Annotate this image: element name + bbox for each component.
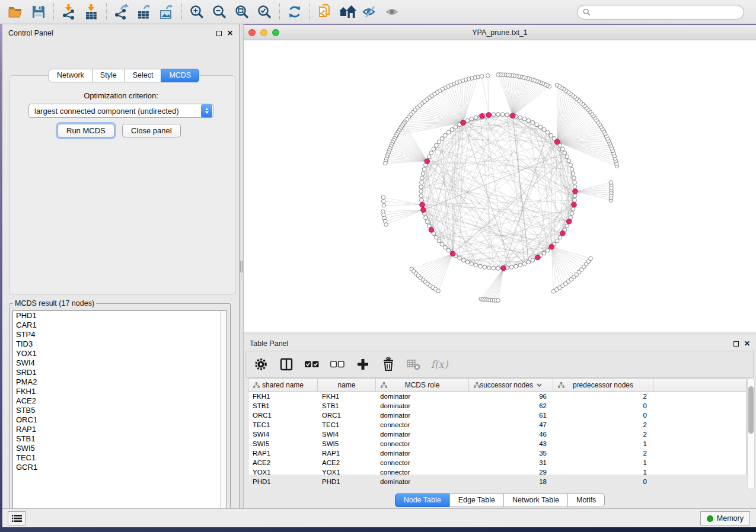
graph-hub-node[interactable]	[425, 159, 430, 164]
column-header-shared-name[interactable]: shared name	[248, 379, 318, 391]
table-row[interactable]: ACE2ACE2connector311	[248, 458, 746, 467]
panel-list-button[interactable]	[8, 511, 25, 525]
table-row[interactable]: TEC1TEC1connector472	[248, 420, 746, 430]
graph-node[interactable]	[424, 216, 428, 220]
close-panel-button[interactable]: Close panel	[122, 124, 181, 137]
graph-node[interactable]	[419, 194, 423, 198]
tab-node-table[interactable]: Node Table	[395, 493, 450, 507]
save-session-icon[interactable]	[27, 2, 50, 22]
graph-node[interactable]	[567, 159, 571, 163]
graph-hub-node[interactable]	[450, 251, 455, 257]
mcds-result-list[interactable]: PHD1CAR1STP4TID3YOX1SWI4SRD1PMA2FKH1ACE2…	[12, 310, 227, 516]
import-table-icon[interactable]	[80, 2, 103, 22]
delete-column-icon[interactable]	[381, 357, 396, 372]
graph-node[interactable]	[465, 260, 470, 264]
graph-node[interactable]	[522, 117, 527, 121]
zoom-in-icon[interactable]	[186, 2, 208, 22]
refresh-icon[interactable]	[283, 2, 306, 22]
graph-hub-node[interactable]	[572, 202, 577, 207]
zoom-fit-icon[interactable]	[231, 2, 253, 22]
search-input[interactable]	[591, 8, 738, 16]
float-panel-icon[interactable]	[216, 31, 222, 36]
home-icon[interactable]	[336, 2, 359, 22]
graph-node[interactable]	[496, 73, 500, 77]
graph-node[interactable]	[572, 176, 576, 180]
mcds-result-item[interactable]: SWI5	[13, 444, 227, 453]
tab-style[interactable]: Style	[92, 69, 125, 82]
tab-mcds[interactable]: MCDS	[161, 69, 199, 82]
export-network-icon[interactable]	[110, 2, 133, 22]
graph-node[interactable]	[522, 262, 527, 266]
column-header-name[interactable]: name	[318, 379, 376, 391]
graph-node[interactable]	[470, 262, 474, 266]
graph-node[interactable]	[569, 163, 573, 167]
graph-hub-node[interactable]	[420, 202, 425, 207]
table-scrollbar[interactable]	[747, 378, 755, 489]
graph-node[interactable]	[486, 73, 490, 78]
graph-node[interactable]	[483, 265, 487, 270]
table-row[interactable]: FKH1FKH1dominator962	[248, 392, 746, 401]
graph-node[interactable]	[474, 263, 478, 267]
graph-node[interactable]	[573, 181, 577, 185]
graph-node[interactable]	[496, 299, 500, 303]
zoom-selected-icon[interactable]	[253, 2, 276, 22]
close-panel-icon[interactable]: ✕	[744, 340, 750, 347]
table-row[interactable]: ORC1ORC1dominator610	[248, 411, 746, 420]
graph-node[interactable]	[487, 266, 492, 270]
graph-node[interactable]	[420, 181, 424, 185]
graph-node[interactable]	[437, 140, 441, 144]
graph-node[interactable]	[542, 251, 546, 255]
column-header-predecessor-nodes[interactable]: predecessor nodes	[553, 379, 653, 391]
graph-node[interactable]	[492, 267, 496, 271]
graph-node[interactable]	[437, 239, 441, 243]
tab-select[interactable]: Select	[125, 69, 162, 82]
graph-node[interactable]	[571, 172, 575, 176]
graph-hub-node[interactable]	[501, 265, 506, 271]
mcds-result-item[interactable]: ORC1	[13, 415, 227, 425]
graph-node[interactable]	[434, 235, 438, 239]
graph-node[interactable]	[440, 242, 444, 246]
graph-node[interactable]	[589, 257, 593, 261]
graph-node[interactable]	[421, 172, 425, 176]
graph-node[interactable]	[432, 147, 436, 151]
graph-node[interactable]	[571, 207, 575, 211]
graph-node[interactable]	[419, 190, 423, 194]
graph-node[interactable]	[444, 245, 448, 249]
table-row[interactable]: SWI5SWI5connector431	[248, 439, 746, 448]
graph-hub-node[interactable]	[511, 113, 516, 118]
deselect-all-icon[interactable]	[330, 357, 345, 372]
graph-hub-node[interactable]	[421, 207, 426, 213]
tab-network[interactable]: Network	[49, 69, 92, 82]
mcds-result-item[interactable]: STB1	[13, 434, 227, 444]
graph-node[interactable]	[500, 113, 505, 117]
graph-node[interactable]	[470, 117, 474, 121]
graph-node[interactable]	[419, 185, 423, 189]
graph-node[interactable]	[538, 125, 543, 129]
splitter-grip[interactable]	[240, 261, 243, 273]
column-header-successor-nodes[interactable]: successor nodes	[469, 379, 553, 391]
mcds-result-item[interactable]: STP4	[13, 330, 227, 339]
tab-network-table[interactable]: Network Table	[503, 493, 568, 507]
graph-node[interactable]	[573, 185, 578, 189]
graph-node[interactable]	[531, 258, 535, 262]
graph-node[interactable]	[558, 235, 562, 239]
column-header-MCDS-role[interactable]: MCDS role	[376, 379, 469, 391]
mcds-result-item[interactable]: FKH1	[13, 387, 227, 396]
graph-hub-node[interactable]	[461, 120, 466, 126]
graph-hub-node[interactable]	[573, 189, 578, 194]
graph-node[interactable]	[480, 75, 484, 79]
graph-node[interactable]	[514, 264, 518, 268]
mcds-result-item[interactable]: PHD1	[13, 311, 227, 321]
close-panel-icon[interactable]: ✕	[227, 30, 233, 37]
add-column-icon[interactable]	[355, 357, 371, 372]
memory-button[interactable]: Memory	[700, 511, 750, 525]
graph-node[interactable]	[479, 264, 483, 268]
graph-node[interactable]	[474, 116, 478, 120]
graph-hub-node[interactable]	[480, 114, 485, 119]
network-graph[interactable]	[244, 40, 755, 331]
table-row[interactable]: RAP1RAP1dominator352	[248, 448, 746, 458]
zoom-out-icon[interactable]	[208, 2, 231, 22]
import-network-icon[interactable]	[58, 2, 80, 22]
graph-node[interactable]	[563, 151, 567, 155]
graph-node[interactable]	[496, 113, 500, 117]
